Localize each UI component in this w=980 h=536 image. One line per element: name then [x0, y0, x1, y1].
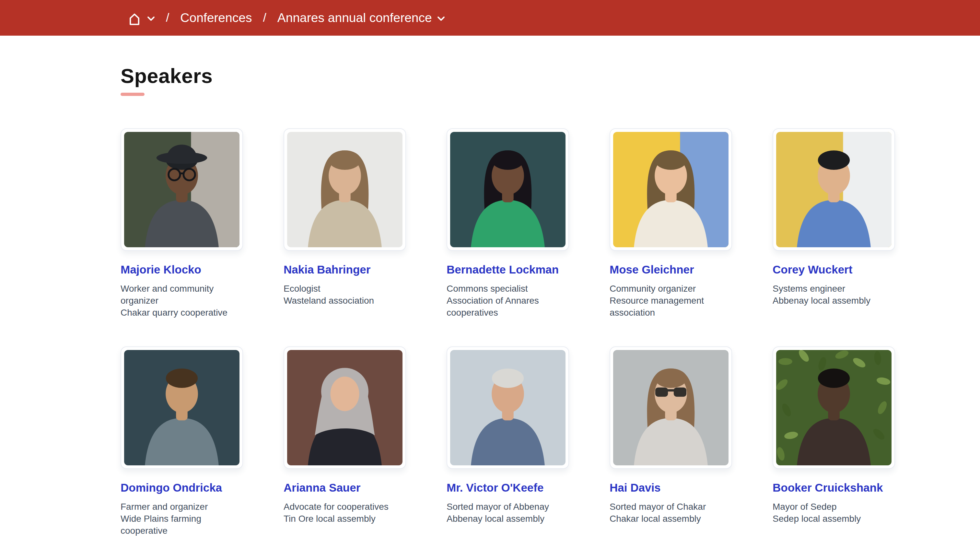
speaker-organization: Association of Annares cooperatives: [447, 294, 569, 318]
speaker-role: Systems engineer: [773, 283, 895, 294]
speaker-portrait: [450, 350, 565, 465]
speaker-photo-link[interactable]: [283, 347, 406, 469]
speaker-description: Farmer and organizer Wide Plains farming…: [121, 501, 243, 536]
speaker-card: Hai Davis Sorted mayor of Chakar Chakar …: [609, 347, 732, 536]
speaker-portrait: [287, 132, 402, 247]
speaker-organization: Abbenay local assembly: [447, 513, 569, 525]
speaker-organization: Sedep local assembly: [773, 513, 895, 525]
speaker-organization: Wide Plains farming cooperative: [121, 513, 243, 536]
speaker-organization: Resource management association: [609, 294, 732, 318]
speaker-portrait: [450, 132, 565, 247]
speaker-description: Systems engineer Abbenay local assembly: [773, 283, 895, 307]
breadcrumb-item-conferences[interactable]: Conferences: [180, 11, 252, 25]
speaker-name-link[interactable]: Mose Gleichner: [609, 262, 732, 277]
speaker-organization: Wasteland association: [283, 294, 406, 307]
speaker-role: Farmer and organizer: [121, 501, 243, 513]
speaker-portrait: [124, 350, 240, 465]
speaker-role: Sorted mayor of Abbenay: [447, 501, 569, 513]
speaker-portrait: [776, 132, 891, 247]
speaker-name-link[interactable]: Majorie Klocko: [121, 262, 243, 277]
speaker-photo-link[interactable]: [609, 347, 732, 469]
speaker-photo-link[interactable]: [121, 128, 243, 251]
speaker-card: Domingo Ondricka Farmer and organizer Wi…: [121, 347, 243, 536]
speaker-photo-link[interactable]: [447, 347, 569, 469]
speaker-portrait: [287, 350, 402, 465]
home-menu-toggle[interactable]: [127, 10, 155, 25]
chevron-down-icon: [437, 16, 445, 21]
speaker-description: Mayor of Sedep Sedep local assembly: [773, 501, 895, 525]
speaker-role: Commons specialist: [447, 283, 569, 294]
speaker-portrait: [613, 132, 729, 247]
speaker-portrait: [124, 132, 240, 247]
speaker-role: Advocate for cooperatives: [283, 501, 406, 513]
speaker-card: Mr. Victor O'Keefe Sorted mayor of Abben…: [447, 347, 569, 536]
speaker-card: Mose Gleichner Community organizer Resou…: [609, 128, 732, 318]
breadcrumb-item-label: Conferences: [180, 11, 252, 25]
speaker-role: Sorted mayor of Chakar: [609, 501, 732, 513]
chevron-down-icon: [147, 16, 155, 21]
main-content: Speakers Majorie Klocko Worker and commu…: [0, 36, 980, 536]
speaker-portrait: [613, 350, 729, 465]
speaker-role: Community organizer: [609, 283, 732, 294]
speakers-grid: Majorie Klocko Worker and community orga…: [121, 128, 895, 536]
speaker-photo-link[interactable]: [773, 347, 895, 469]
speaker-name-link[interactable]: Arianna Sauer: [283, 480, 406, 495]
speaker-name-link[interactable]: Corey Wuckert: [773, 262, 895, 277]
speaker-organization: Tin Ore local assembly: [283, 513, 406, 525]
speaker-photo-link[interactable]: [773, 128, 895, 251]
speaker-name-link[interactable]: Bernadette Lockman: [447, 262, 569, 277]
breadcrumb-current-label: Annares annual conference: [277, 11, 432, 25]
speaker-card: Booker Cruickshank Mayor of Sedep Sedep …: [773, 347, 895, 536]
home-icon: [127, 10, 142, 25]
speaker-organization: Chakar quarry cooperative: [121, 307, 243, 318]
breadcrumb-separator: /: [259, 11, 269, 25]
speaker-card: Bernadette Lockman Commons specialist As…: [447, 128, 569, 318]
speaker-photo-link[interactable]: [121, 347, 243, 469]
speaker-description: Community organizer Resource management …: [609, 283, 732, 318]
speaker-description: Sorted mayor of Chakar Chakar local asse…: [609, 501, 732, 525]
speaker-role: Worker and community organizer: [121, 283, 243, 307]
speaker-name-link[interactable]: Mr. Victor O'Keefe: [447, 480, 569, 495]
speaker-photo-link[interactable]: [447, 128, 569, 251]
speaker-description: Ecologist Wasteland association: [283, 283, 406, 307]
speaker-portrait: [776, 350, 891, 465]
breadcrumb-bar: / Conferences / Annares annual conferenc…: [0, 0, 980, 36]
breadcrumb: / Conferences / Annares annual conferenc…: [127, 10, 445, 25]
speaker-card: Majorie Klocko Worker and community orga…: [121, 128, 243, 318]
speaker-role: Mayor of Sedep: [773, 501, 895, 513]
speaker-name-link[interactable]: Hai Davis: [609, 480, 732, 495]
speaker-photo-link[interactable]: [283, 128, 406, 251]
speaker-name-link[interactable]: Booker Cruickshank: [773, 480, 895, 495]
speaker-organization: Chakar local assembly: [609, 513, 732, 525]
speaker-description: Sorted mayor of Abbenay Abbenay local as…: [447, 501, 569, 525]
breadcrumb-separator: /: [163, 11, 172, 25]
speaker-organization: Abbenay local assembly: [773, 294, 895, 307]
speaker-description: Advocate for cooperatives Tin Ore local …: [283, 501, 406, 525]
speaker-description: Worker and community organizer Chakar qu…: [121, 283, 243, 318]
speaker-card: Corey Wuckert Systems engineer Abbenay l…: [773, 128, 895, 318]
page-title: Speakers: [121, 64, 980, 87]
title-underline: [121, 93, 145, 96]
speaker-photo-link[interactable]: [609, 128, 732, 251]
speaker-role: Ecologist: [283, 283, 406, 294]
breadcrumb-item-current-dropdown[interactable]: Annares annual conference: [277, 11, 445, 25]
speaker-name-link[interactable]: Nakia Bahringer: [283, 262, 406, 277]
speaker-name-link[interactable]: Domingo Ondricka: [121, 480, 243, 495]
speaker-description: Commons specialist Association of Annare…: [447, 283, 569, 318]
speaker-card: Nakia Bahringer Ecologist Wasteland asso…: [283, 128, 406, 318]
speaker-card: Arianna Sauer Advocate for cooperatives …: [283, 347, 406, 536]
